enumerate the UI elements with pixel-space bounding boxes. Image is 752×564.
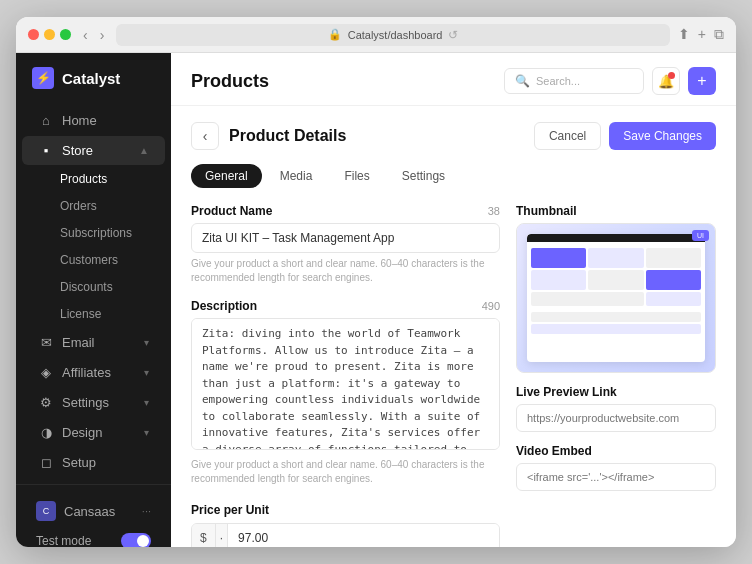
sidebar-item-settings[interactable]: ⚙ Settings ▾ (22, 388, 165, 417)
mockup-bar (527, 234, 705, 242)
tab-general[interactable]: General (191, 164, 262, 188)
price-separator: · (216, 524, 228, 548)
search-box[interactable]: 🔍 Search... (504, 68, 644, 94)
setup-icon: ◻ (38, 455, 54, 470)
menu-icon[interactable]: ⧉ (714, 26, 724, 43)
product-name-hint: Give your product a short and clear name… (191, 257, 500, 285)
sidebar-logo: ⚡ Catalyst (16, 53, 171, 99)
chevron-down-icon: ▾ (144, 367, 149, 378)
mockup-card (646, 292, 701, 306)
tab-files[interactable]: Files (330, 164, 383, 188)
mockup-card (588, 270, 643, 290)
notification-badge (668, 72, 675, 79)
notifications-button[interactable]: 🔔 (652, 67, 680, 95)
description-textarea[interactable]: Zita: diving into the world of Teamwork … (191, 318, 500, 450)
mockup-card (588, 248, 643, 268)
workspace-name: Cansaas (64, 504, 115, 519)
logo-icon: ⚡ (32, 67, 54, 89)
test-mode-toggle[interactable] (121, 533, 151, 547)
sidebar-item-affiliates[interactable]: ◈ Affiliates ▾ (22, 358, 165, 387)
new-tab-icon[interactable]: + (698, 26, 706, 43)
page-title: Products (191, 71, 269, 92)
tab-media[interactable]: Media (266, 164, 327, 188)
price-input[interactable] (228, 524, 499, 548)
product-name-input[interactable] (191, 223, 500, 253)
product-form: Product Name 38 Give your product a shor… (191, 204, 716, 547)
description-hint: Give your product a short and clear name… (191, 458, 500, 486)
content-area: ‹ Product Details Cancel Save Changes Ge… (171, 106, 736, 547)
sidebar-item-customers[interactable]: Customers (22, 247, 165, 273)
save-changes-button[interactable]: Save Changes (609, 122, 716, 150)
sidebar-item-design[interactable]: ◑ Design ▾ (22, 418, 165, 447)
sidebar-item-products[interactable]: Products (22, 166, 165, 192)
form-right: Thumbnail (516, 204, 716, 547)
logo-text: Catalyst (62, 70, 120, 87)
action-buttons: Cancel Save Changes (534, 122, 716, 150)
add-product-button[interactable]: + (688, 67, 716, 95)
close-button[interactable] (28, 29, 39, 40)
video-embed-input[interactable] (516, 463, 716, 491)
traffic-lights (28, 29, 71, 40)
sidebar-item-label: Affiliates (62, 365, 136, 380)
workspace-selector[interactable]: C Cansaas ··· (28, 495, 159, 527)
home-icon: ⌂ (38, 113, 54, 128)
forward-nav-button[interactable]: › (96, 25, 109, 45)
thumbnail-label: Thumbnail (516, 204, 716, 218)
mockup-card (646, 270, 701, 290)
sidebar-item-license[interactable]: License (22, 301, 165, 327)
price-input-wrapper: $ · (191, 523, 500, 548)
video-embed-field: Video Embed (516, 444, 716, 491)
product-details-title: Product Details (229, 127, 346, 145)
sidebar-item-label: Store (62, 143, 131, 158)
sidebar-item-store[interactable]: ▪ Store ▲ (22, 136, 165, 165)
sidebar-subitem-label: Customers (60, 253, 118, 267)
email-icon: ✉ (38, 335, 54, 350)
mockup-card (531, 270, 586, 290)
description-field: Description 490 Zita: diving into the wo… (191, 299, 500, 486)
live-preview-input[interactable] (516, 404, 716, 432)
test-mode-row: Test mode (28, 527, 159, 547)
field-label-row: Product Name 38 (191, 204, 500, 218)
sidebar-item-email[interactable]: ✉ Email ▾ (22, 328, 165, 357)
design-icon: ◑ (38, 425, 54, 440)
thumbnail-image: UI (517, 224, 715, 372)
back-button[interactable]: ‹ (191, 122, 219, 150)
description-label: Description (191, 299, 257, 313)
maximize-button[interactable] (60, 29, 71, 40)
sidebar-item-home[interactable]: ⌂ Home (22, 106, 165, 135)
sidebar-nav: ⌂ Home ▪ Store ▲ Products Orders Subscri (16, 99, 171, 484)
sidebar-bottom: C Cansaas ··· Test mode (16, 484, 171, 547)
sidebar-item-label: Setup (62, 455, 149, 470)
price-label: Price per Unit (191, 503, 269, 517)
search-placeholder: Search... (536, 75, 580, 87)
sidebar-subitem-label: Discounts (60, 280, 113, 294)
price-prefix: $ (192, 524, 216, 548)
search-icon: 🔍 (515, 74, 530, 88)
product-tabs: General Media Files Settings (191, 164, 716, 188)
back-nav-button[interactable]: ‹ (79, 25, 92, 45)
workspace-menu-icon[interactable]: ··· (142, 505, 151, 517)
sidebar-item-subscriptions[interactable]: Subscriptions (22, 220, 165, 246)
live-preview-field: Live Preview Link (516, 385, 716, 432)
form-left: Product Name 38 Give your product a shor… (191, 204, 500, 547)
product-name-count: 38 (488, 205, 500, 217)
share-icon[interactable]: ⬆ (678, 26, 690, 43)
sidebar-item-setup[interactable]: ◻ Setup (22, 448, 165, 477)
main-content: Products 🔍 Search... 🔔 + (171, 53, 736, 547)
cancel-button[interactable]: Cancel (534, 122, 601, 150)
browser-toolbar-right: ⬆ + ⧉ (678, 26, 724, 43)
sidebar-item-label: Design (62, 425, 136, 440)
thumbnail-field: Thumbnail (516, 204, 716, 373)
sidebar-item-discounts[interactable]: Discounts (22, 274, 165, 300)
description-count: 490 (482, 300, 500, 312)
minimize-button[interactable] (44, 29, 55, 40)
tab-settings[interactable]: Settings (388, 164, 459, 188)
sidebar-item-orders[interactable]: Orders (22, 193, 165, 219)
sidebar-item-label: Home (62, 113, 149, 128)
sidebar-item-label: Settings (62, 395, 136, 410)
address-bar[interactable]: 🔒 Catalyst/dashboard ↺ (116, 24, 669, 46)
product-details-left: ‹ Product Details (191, 122, 346, 150)
chevron-up-icon: ▲ (139, 145, 149, 156)
field-label-row: Description 490 (191, 299, 500, 313)
product-name-field: Product Name 38 Give your product a shor… (191, 204, 500, 285)
